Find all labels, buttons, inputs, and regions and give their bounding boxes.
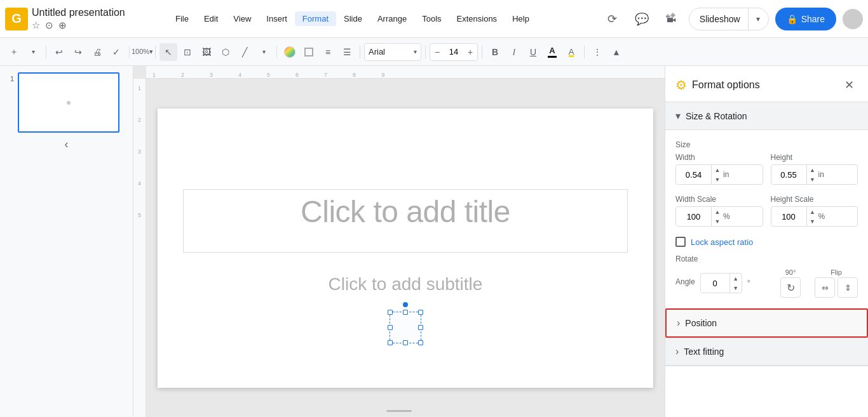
text-fitting-header[interactable]: › Text fitting [665,338,868,366]
font-size-decrease[interactable]: − [430,43,444,61]
redo-button[interactable]: ↪ [69,43,87,61]
height-up-spinner[interactable]: ▲ [807,165,818,175]
menu-tools[interactable]: Tools [414,11,449,26]
position-header[interactable]: › Position [665,308,868,338]
zoom-button[interactable]: 100%▾ [133,43,151,61]
underline-button[interactable]: U [524,43,542,61]
height-down-spinner[interactable]: ▼ [807,175,818,184]
handle-middle-left[interactable] [388,325,393,330]
size-rotation-header[interactable]: ▾ Size & Rotation [665,102,868,130]
print-button[interactable]: 🖨 [88,43,106,61]
width-scale-input[interactable]: ▲ ▼ % [675,206,763,227]
menu-extensions[interactable]: Extensions [449,11,505,26]
font-size-input[interactable] [444,47,463,56]
width-input[interactable]: ▲ ▼ in [675,164,763,185]
rotation-handle[interactable] [403,302,408,307]
cursor-tool[interactable]: ↖ [159,43,177,61]
text-color-button[interactable]: A [543,43,561,61]
handle-middle-right[interactable] [418,325,423,330]
rotate-cw-button[interactable]: ↻ [780,277,801,298]
title-text-box[interactable]: Click to add title [183,189,628,253]
cloud-icon[interactable]: ⊙ [45,20,53,31]
add-button[interactable]: ＋ [5,43,23,61]
slide-thumbnail-1[interactable]: 1 [5,72,128,133]
width-up-spinner[interactable]: ▲ [712,165,723,175]
height-input[interactable]: ▲ ▼ in [771,164,858,185]
menu-arrange[interactable]: Arrange [370,11,414,26]
slideshow-arrow-icon[interactable]: ▾ [748,8,768,30]
slideshow-button[interactable]: Slideshow ▾ [689,8,769,30]
bold-button[interactable]: B [486,43,504,61]
menu-view[interactable]: View [226,11,259,26]
selected-element[interactable] [390,312,421,343]
subtitle-text-box[interactable]: Click to add subtitle [183,262,628,307]
height-scale-down[interactable]: ▼ [807,216,818,226]
lock-aspect-label[interactable]: Lock aspect ratio [691,237,753,247]
format-close-button[interactable]: ✕ [840,76,858,94]
slide-preview-1[interactable] [18,72,119,133]
handle-bottom-middle[interactable] [403,340,408,345]
fill-color-button[interactable] [281,43,299,61]
menu-format[interactable]: Format [295,11,336,26]
app-logo[interactable]: G [5,8,28,30]
star-icon[interactable]: ☆ [32,20,40,31]
history-icon[interactable]: ⟳ [601,8,624,30]
angle-value[interactable] [701,279,729,288]
undo-button[interactable]: ↩ [50,43,68,61]
height-scale-value[interactable] [771,212,806,222]
align-button[interactable]: ≡ [319,43,337,61]
present-icon[interactable]: 📽 [660,8,682,30]
flip-label: Flip [831,268,842,276]
flip-horizontal-button[interactable]: ⇔ [815,277,835,298]
collapse-toolbar-button[interactable]: ▲ [607,43,625,61]
collapse-panel-button[interactable]: ‹ [5,138,128,151]
angle-up[interactable]: ▲ [730,274,742,283]
right-controls: ⟳ 💬 📽 Slideshow ▾ 🔒 Share [601,8,863,30]
width-scale-down[interactable]: ▼ [712,216,723,226]
angle-down[interactable]: ▼ [730,283,742,293]
doc-title[interactable] [32,7,159,18]
panel-scroll-area [665,366,868,417]
height-value[interactable] [771,170,806,180]
border-color-button[interactable] [300,43,318,61]
image-tool[interactable]: 🖼 [198,43,215,61]
menu-slide[interactable]: Slide [336,11,370,26]
line-spacing-button[interactable]: ☰ [338,43,356,61]
line-tool[interactable]: ╱ [236,43,254,61]
angle-input[interactable]: ▲ ▼ [700,273,742,293]
user-avatar[interactable] [843,9,863,29]
link-icon[interactable]: ⊕ [58,20,67,31]
width-scale-value[interactable] [676,212,711,222]
add-dropdown-icon[interactable]: ▾ [24,43,42,61]
handle-bottom-left[interactable] [388,340,393,345]
height-scale-up[interactable]: ▲ [807,207,818,216]
font-size-increase[interactable]: + [463,43,477,61]
width-down-spinner[interactable]: ▼ [712,175,723,184]
height-scale-input[interactable]: ▲ ▼ % [771,206,858,227]
menu-edit[interactable]: Edit [196,11,226,26]
handle-top-right[interactable] [418,310,423,315]
comment-icon[interactable]: 💬 [630,8,653,30]
slide-canvas[interactable]: Click to add title Click to add subtitle [158,109,653,388]
menu-insert[interactable]: Insert [259,11,295,26]
width-value[interactable] [676,170,711,180]
italic-button[interactable]: I [505,43,523,61]
highlight-button[interactable]: A [562,43,580,61]
handle-top-middle[interactable] [403,310,408,315]
spell-check-button[interactable]: ✓ [107,43,125,61]
toolbar: ＋ ▾ ↩ ↪ 🖨 ✓ 100%▾ ↖ ⊡ 🖼 ⬡ ╱ ▾ ≡ ☰ Arial … [0,38,868,66]
menu-help[interactable]: Help [505,11,537,26]
menu-file[interactable]: File [168,11,196,26]
share-button[interactable]: 🔒 Share [775,8,836,30]
width-scale-up[interactable]: ▲ [712,207,723,216]
shapes-tool[interactable]: ⬡ [217,43,234,61]
handle-top-left[interactable] [388,310,393,315]
select-tool[interactable]: ⊡ [179,43,196,61]
format-panel-icon: ⚙ [675,77,687,93]
more-options-button[interactable]: ⋮ [588,43,606,61]
font-selector[interactable]: Arial ▾ [364,43,421,61]
lock-aspect-checkbox[interactable] [675,237,686,247]
line-dropdown[interactable]: ▾ [255,43,273,61]
flip-vertical-button[interactable]: ⇕ [837,277,858,298]
handle-bottom-right[interactable] [418,340,423,345]
